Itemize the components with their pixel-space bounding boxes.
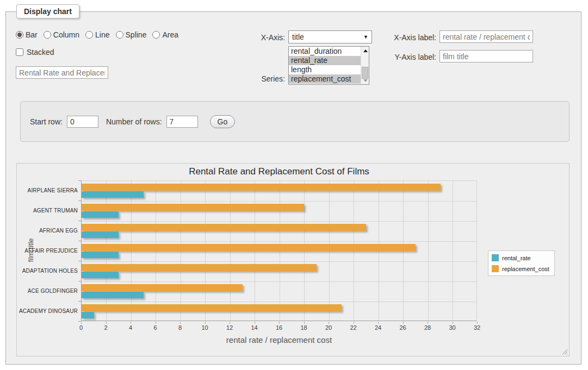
chart-type-radio-spline[interactable]: [116, 31, 123, 39]
x-tick-mark-6: [156, 322, 156, 324]
y-tick-mark-5: [78, 281, 81, 281]
x-tick-mark-12: [230, 322, 230, 324]
x-tick-label-10: 10: [197, 324, 213, 331]
x-tick-mark-18: [304, 322, 305, 324]
chart-panel: Rental Rate and Replacement Cost of Film…: [16, 163, 570, 356]
series-options: rental_durationrental_ratelengthreplacem…: [289, 47, 361, 84]
x-tick-label-28: 28: [419, 324, 436, 331]
legend-item-replacement_cost[interactable]: replacement_cost: [492, 265, 549, 272]
x-tick-label-16: 16: [271, 324, 287, 331]
x-axis-title: rental rate / replacement cost: [81, 335, 477, 344]
scroll-down-button[interactable]: [361, 77, 369, 84]
bar-replacement_cost-4: [82, 264, 317, 271]
x-tick-label-8: 8: [172, 324, 188, 331]
gridline-y-3: [82, 241, 476, 242]
gridline-x-28: [428, 181, 429, 321]
chart-type-radio-line[interactable]: [85, 31, 93, 39]
bar-rental_rate-2: [82, 231, 119, 238]
x-tick-label-18: 18: [296, 324, 312, 331]
x-tick-label-2: 2: [98, 324, 114, 331]
x-tick-mark-28: [428, 322, 428, 324]
x-tick-label-22: 22: [345, 324, 362, 331]
num-rows-label: Number of rows:: [106, 117, 162, 126]
chart-type-label-column: Column: [53, 30, 79, 39]
x-axis-label-input[interactable]: [440, 30, 533, 43]
category-label: ACE GOLDFINGER: [18, 281, 78, 301]
x-tick-mark-30: [453, 322, 453, 324]
x-tick-mark-0: [81, 322, 82, 324]
category-label: AGENT TRUMAN: [18, 200, 78, 221]
series-option-rental_rate[interactable]: rental_rate: [289, 56, 361, 65]
category-label: ADAPTATION HOLES: [18, 261, 78, 281]
category-label: ACADEMY DINOSAUR: [18, 301, 78, 321]
legend-swatch-replacement_cost: [492, 265, 499, 272]
x-tick-label-14: 14: [246, 324, 263, 331]
scroll-up-button[interactable]: [361, 47, 369, 54]
bar-rental_rate-6: [82, 312, 94, 318]
stacked-label: Stacked: [27, 48, 54, 57]
go-button[interactable]: Go: [210, 115, 236, 128]
chart-type-label-area: Area: [162, 30, 178, 39]
chart-title-input[interactable]: [16, 66, 108, 79]
x-tick-mark-24: [378, 322, 379, 324]
y-axis-label-label: Y-Axis label:: [381, 53, 436, 61]
x-tick-mark-32: [477, 322, 478, 324]
page: Display chart BarColumnLineSplineArea St…: [0, 0, 588, 370]
gridline-y-2: [82, 221, 476, 222]
y-tick-mark-0: [78, 180, 81, 181]
chart-type-radio-bar[interactable]: [16, 31, 23, 39]
chart-type-radio-area[interactable]: [152, 31, 160, 39]
x-tick-label-30: 30: [444, 324, 461, 331]
legend-label-replacement_cost: replacement_cost: [502, 266, 549, 272]
bar-rental_rate-3: [82, 252, 119, 258]
x-tick-mark-26: [403, 322, 404, 324]
x-tick-mark-4: [131, 322, 131, 324]
x-axis-select-label: X-Axis:: [228, 33, 285, 42]
fieldset-legend: Display chart: [16, 4, 79, 18]
chart-legend: rental_ratereplacement_cost: [488, 250, 555, 276]
x-axis-select[interactable]: title ▼: [288, 30, 372, 43]
series-label: Series:: [228, 74, 285, 83]
num-rows-input[interactable]: [166, 116, 198, 128]
x-tick-label-20: 20: [320, 324, 337, 331]
x-tick-label-32: 32: [469, 324, 485, 331]
bar-rental_rate-5: [82, 292, 144, 298]
x-tick-mark-14: [255, 322, 255, 324]
legend-item-rental_rate[interactable]: rental_rate: [492, 254, 549, 261]
gridline-y-4: [82, 261, 476, 262]
y-axis-label-input[interactable]: [440, 50, 533, 62]
series-option-replacement_cost[interactable]: replacement_cost: [289, 74, 361, 84]
bar-replacement_cost-2: [82, 224, 366, 231]
x-axis-label-label: X-Axis label:: [381, 33, 436, 42]
y-tick-mark-2: [78, 221, 81, 221]
category-label: AIRPLANE SIERRA: [18, 180, 78, 200]
bar-rental_rate-4: [82, 272, 119, 278]
x-tick-mark-2: [106, 322, 107, 324]
x-tick-label-26: 26: [395, 324, 411, 331]
y-tick-mark-3: [78, 241, 81, 241]
series-scrollbar[interactable]: [361, 47, 369, 84]
chart-type-radio-column[interactable]: [44, 31, 51, 39]
category-label: AFFAIR PREJUDICE: [18, 241, 78, 261]
bar-replacement_cost-3: [82, 244, 416, 251]
x-tick-label-24: 24: [370, 324, 386, 331]
bar-replacement_cost-1: [82, 204, 304, 211]
x-tick-mark-16: [279, 322, 280, 324]
stacked-checkbox[interactable]: [16, 48, 23, 56]
chart-type-label-spline: Spline: [126, 30, 147, 39]
bar-replacement_cost-6: [82, 304, 342, 311]
chart-type-radio-group: BarColumnLineSplineArea: [16, 30, 178, 39]
series-option-rental_duration[interactable]: rental_duration: [289, 47, 361, 56]
chevron-down-icon: ▼: [363, 34, 368, 40]
gridline-y-1: [82, 201, 476, 202]
start-row-input[interactable]: [67, 116, 98, 128]
x-tick-label-12: 12: [221, 324, 238, 331]
y-tick-mark-1: [78, 200, 81, 201]
x-axis-select-value: title: [292, 33, 304, 41]
resize-handle-icon[interactable]: [562, 349, 568, 355]
series-listbox[interactable]: rental_durationrental_ratelengthreplacem…: [288, 46, 369, 85]
rows-panel: Start row: Number of rows: Go: [20, 101, 570, 142]
series-option-length[interactable]: length: [289, 65, 361, 74]
x-tick-mark-10: [205, 322, 206, 324]
x-tick-label-0: 0: [73, 324, 89, 331]
